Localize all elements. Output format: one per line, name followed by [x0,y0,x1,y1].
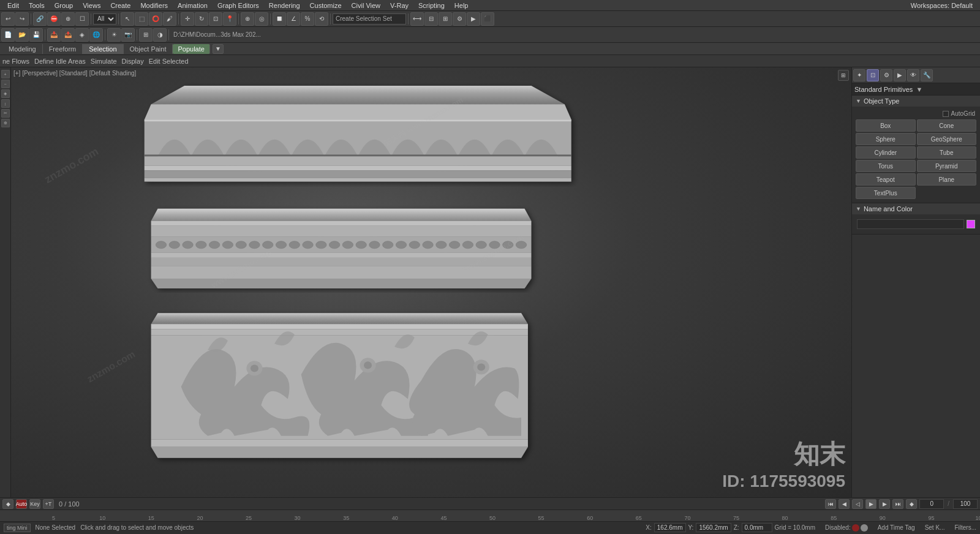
go-to-end[interactable]: ⏭ [892,499,903,509]
rotate-button[interactable]: ↻ [195,12,208,26]
pivot-button[interactable]: ◎ [255,12,268,26]
filter-select[interactable]: All [93,13,116,24]
cameras-button[interactable]: 📷 [121,28,135,42]
menu-modifiers[interactable]: Modifiers [135,2,173,9]
sub-edit-selected[interactable]: Edit Selected [149,58,189,65]
next-key[interactable]: ▶ [879,499,890,509]
tab-populate[interactable]: Populate [173,44,209,54]
select-region-button[interactable]: ⬚ [135,12,148,26]
obj-btn-cone[interactable]: Cone [917,119,977,132]
menu-tools[interactable]: Tools [24,2,50,9]
angle-snap[interactable]: ∠ [287,12,300,26]
frame-total-input[interactable]: 100 [953,499,978,509]
color-swatch[interactable] [967,220,975,228]
left-btn-5[interactable]: ✂ [1,109,10,118]
obj-btn-pyramid[interactable]: Pyramid [917,160,977,172]
autogrid-checkbox[interactable] [943,111,949,117]
ref-coord-button[interactable]: ⊕ [241,12,254,26]
name-input[interactable] [857,219,964,229]
menu-scripting[interactable]: Scripting [413,2,450,9]
sub-define-idle[interactable]: Define Idle Areas [34,58,86,65]
filters-btn[interactable]: Filters... [954,524,976,531]
tab-freeform[interactable]: Freeform [43,44,83,54]
vp-maximize[interactable]: ⊞ [838,70,849,81]
left-btn-3[interactable]: ◈ [1,89,10,98]
set-keys-btn[interactable]: Set K... [925,524,945,531]
render-button[interactable]: ▶ [467,12,480,26]
y-value[interactable]: 1560.2mm [696,523,731,532]
menu-animation[interactable]: Animation [173,2,213,9]
menu-vray[interactable]: V-Ray [385,2,413,9]
spinner-snap[interactable]: ⟲ [315,12,328,26]
open-scene[interactable]: 📂 [15,28,29,42]
menu-views[interactable]: Views [78,2,105,9]
menu-create[interactable]: Create [105,2,135,9]
add-time-tag[interactable]: +T [43,499,54,509]
panel-icon-utilities[interactable]: 🔧 [921,69,933,81]
place-button[interactable]: 📍 [223,12,236,26]
panel-icon-motion[interactable]: ▶ [894,69,906,81]
viewport-shading[interactable]: ◑ [153,28,167,42]
quick-render[interactable]: ⬛ [481,12,494,26]
menu-edit[interactable]: Edit [2,2,24,9]
left-btn-6[interactable]: ⊕ [1,119,10,127]
scale-button[interactable]: ⊡ [209,12,222,26]
snap-toggle[interactable]: 🔲 [273,12,286,26]
left-btn-2[interactable]: − [1,80,10,88]
array-button[interactable]: ⊞ [439,12,452,26]
panel-icon-create[interactable]: ✦ [853,69,865,81]
viewport[interactable]: znzmo.com www.znzmo.com znzmo.com www.zn… [11,67,851,497]
render-setup[interactable]: ⚙ [453,12,466,26]
import-button[interactable]: 📥 [47,28,61,42]
set-key[interactable]: Key [29,499,40,509]
menu-group[interactable]: Group [50,2,78,9]
go-to-start[interactable]: ⏮ [825,499,836,509]
sub-simulate[interactable]: Simulate [91,58,117,65]
export-button[interactable]: 📤 [61,28,75,42]
menu-civil-view[interactable]: Civil View [347,2,385,9]
new-scene[interactable]: 📄 [1,28,15,42]
sub-display[interactable]: Display [122,58,144,65]
redo-button[interactable]: ↪ [15,12,29,26]
link-button[interactable]: 🔗 [33,12,47,26]
obj-btn-geosphere[interactable]: GeoSphere [917,133,977,145]
menu-customize[interactable]: Customize [305,2,347,9]
object-type-header[interactable]: ▼ Object Type [852,96,980,107]
undo-button[interactable]: ↩ [1,12,15,26]
sub-ne-flows[interactable]: ne Flows [2,58,29,65]
align-button[interactable]: ⊟ [424,12,438,26]
obj-btn-plane[interactable]: Plane [917,173,977,186]
tab-modeling[interactable]: Modeling [2,44,43,54]
move-button[interactable]: ✛ [181,12,194,26]
x-value[interactable]: 162.6mm [654,523,686,532]
save-scene[interactable]: 💾 [29,28,43,42]
obj-btn-torus[interactable]: Torus [856,160,916,172]
obj-btn-tube[interactable]: Tube [917,146,977,159]
panel-icon-display[interactable]: 👁 [907,69,919,81]
unlink-button[interactable]: ⛔ [47,12,61,26]
obj-btn-cylinder[interactable]: Cylinder [856,146,916,159]
tab-menu-button[interactable]: ▼ [213,44,224,54]
create-selection-set[interactable]: Create Selection Set [333,13,406,24]
viewport-layout[interactable]: ⊞ [139,28,153,42]
mirror-button[interactable]: ⟷ [410,12,424,26]
lasso-button[interactable]: ⭕ [149,12,162,26]
obj-btn-teapot[interactable]: Teapot [856,173,916,186]
scene-explorer[interactable]: 🌐 [89,28,103,42]
select-button[interactable]: ↖ [121,12,134,26]
key-filters[interactable]: ◆ [2,499,13,509]
menu-help[interactable]: Help [450,2,473,9]
prev-key[interactable]: ◀ [839,499,850,509]
left-btn-1[interactable]: + [1,70,10,78]
auto-key[interactable]: Auto [16,499,27,509]
obj-btn-box[interactable]: Box [856,119,916,132]
key-mode[interactable]: ◆ [906,499,917,509]
left-btn-4[interactable]: ↕ [1,99,10,108]
paint-select-button[interactable]: 🖌 [163,12,176,26]
play-back[interactable]: ◁ [852,499,863,509]
lights-button[interactable]: ☀ [107,28,121,42]
panel-dropdown[interactable]: Standard Primitives ▼ [852,83,980,96]
timeline-bar[interactable]: 5101520253035404550556065707580859095100 [0,510,980,521]
tab-selection[interactable]: Selection [83,44,123,54]
z-value[interactable]: 0.0mm [742,523,772,532]
